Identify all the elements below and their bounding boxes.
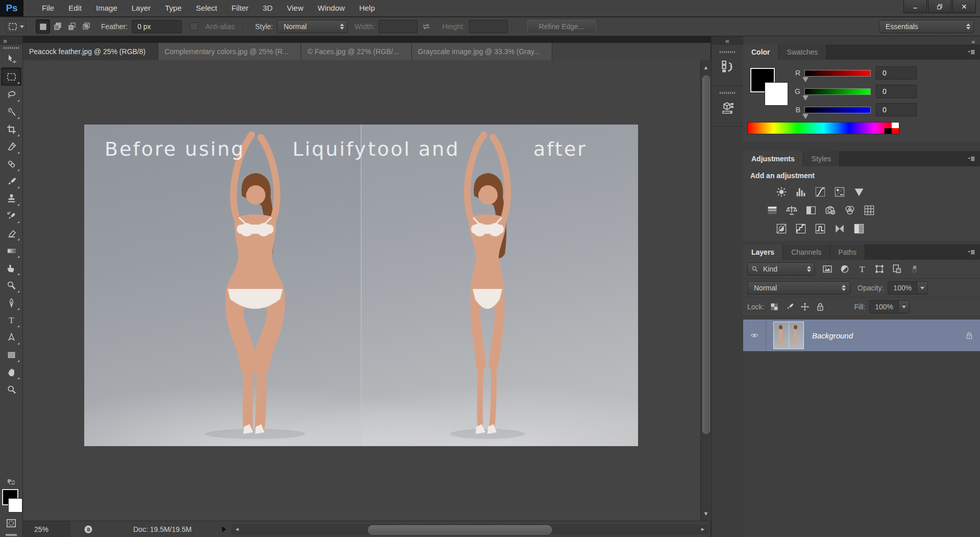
rectangular-marquee-tool[interactable]: [1, 67, 21, 86]
layer-filter-select[interactable]: Kind: [747, 262, 815, 276]
menu-item[interactable]: File: [35, 0, 61, 16]
vertical-scrollbar[interactable]: ▲ ▼: [700, 60, 711, 521]
panel-tab[interactable]: Color: [743, 44, 779, 60]
scroll-down-icon[interactable]: ▼: [703, 510, 709, 517]
menu-item[interactable]: Type: [158, 0, 189, 16]
panel-tab[interactable]: Layers: [743, 245, 783, 260]
history-brush-tool[interactable]: [2, 207, 21, 225]
pixel-layer-filter-icon[interactable]: [822, 263, 833, 275]
swap-colors-icon[interactable]: [1, 479, 21, 487]
panel-tab[interactable]: Styles: [803, 151, 840, 166]
subtract-from-selection-button[interactable]: [65, 19, 79, 33]
exposure-icon[interactable]: [833, 186, 846, 198]
lock-paint-icon[interactable]: [785, 302, 795, 312]
add-to-selection-button[interactable]: [51, 19, 64, 33]
scroll-up-icon[interactable]: ▲: [703, 64, 709, 70]
dropdown-icon[interactable]: [898, 301, 909, 313]
clone-stamp-tool[interactable]: [2, 190, 21, 207]
new-selection-button[interactable]: [36, 19, 50, 34]
type-layer-filter-icon[interactable]: T: [856, 263, 868, 275]
zoom-level-field[interactable]: 25%: [23, 521, 70, 537]
channel-value-field[interactable]: 0: [876, 85, 917, 98]
channel-slider-track[interactable]: [804, 107, 871, 113]
horizontal-scrollbar[interactable]: ◄ ►: [231, 524, 708, 534]
close-button[interactable]: [952, 0, 976, 13]
dodge-tool[interactable]: [2, 277, 21, 294]
mini-bridge-icon[interactable]: [83, 524, 93, 534]
lock-all-icon[interactable]: [815, 302, 825, 312]
fill-field[interactable]: 100%: [869, 300, 910, 313]
smudge-tool[interactable]: [2, 259, 21, 277]
hand-tool[interactable]: [2, 363, 21, 381]
channel-mixer-icon[interactable]: [843, 204, 856, 216]
panel-tab[interactable]: Paths: [830, 245, 865, 260]
restore-button[interactable]: [928, 0, 951, 13]
toolbar-collapse-button[interactable]: »: [0, 36, 22, 45]
blend-mode-select[interactable]: Normal: [747, 281, 850, 295]
style-select[interactable]: Normal: [277, 20, 348, 33]
channel-slider-track[interactable]: [804, 88, 871, 95]
quick-selection-tool[interactable]: [2, 103, 21, 120]
tool-preset-picker[interactable]: [5, 20, 27, 33]
menu-item[interactable]: Window: [310, 0, 352, 16]
vertical-scroll-thumb[interactable]: [702, 76, 710, 434]
3d-panel-button[interactable]: [712, 86, 743, 127]
dropdown-icon[interactable]: [917, 282, 927, 294]
width-input[interactable]: [379, 20, 418, 33]
history-panel-button[interactable]: [712, 45, 743, 86]
panel-menu-icon[interactable]: [966, 248, 977, 256]
menu-item[interactable]: Filter: [225, 0, 256, 16]
gradient-tool[interactable]: [2, 242, 21, 259]
panel-tab[interactable]: Adjustments: [743, 151, 803, 166]
gradient-map-icon[interactable]: [833, 223, 846, 235]
panel-tab[interactable]: Channels: [783, 245, 830, 260]
hue-saturation-icon[interactable]: [766, 204, 779, 216]
panel-tab[interactable]: Swatches: [779, 44, 827, 60]
brush-tool[interactable]: [2, 173, 21, 190]
scroll-right-icon[interactable]: ►: [700, 526, 705, 532]
filter-toggle-icon[interactable]: [911, 263, 919, 275]
quick-mask-button[interactable]: [5, 518, 18, 529]
posterize-icon[interactable]: [794, 223, 807, 235]
crop-tool[interactable]: [2, 120, 21, 138]
spot-healing-brush-tool[interactable]: [2, 155, 21, 173]
eyedropper-tool[interactable]: [2, 138, 21, 155]
workspace-select[interactable]: Essentials: [879, 20, 974, 33]
threshold-icon[interactable]: [814, 223, 827, 235]
screen-mode-button[interactable]: [6, 534, 17, 536]
channel-slider-track[interactable]: [804, 70, 871, 77]
move-tool[interactable]: [2, 50, 21, 67]
dock-collapse-button[interactable]: «: [712, 36, 743, 45]
canvas-area[interactable]: Before using Liquify tool and after: [23, 60, 700, 521]
status-flyout-icon[interactable]: [222, 526, 226, 532]
black-white-icon[interactable]: [804, 204, 818, 216]
selective-color-icon[interactable]: [852, 223, 866, 235]
layer-visibility-cell[interactable]: [743, 320, 766, 351]
rectangle-tool[interactable]: [2, 346, 21, 363]
toolbar-gripper[interactable]: [4, 47, 19, 49]
feather-input[interactable]: 0 px: [132, 20, 182, 33]
menu-item[interactable]: Select: [189, 0, 225, 16]
anti-alias-checkbox[interactable]: [190, 22, 198, 31]
menu-item[interactable]: Image: [89, 0, 125, 16]
menu-item[interactable]: View: [280, 0, 310, 16]
eraser-tool[interactable]: [2, 225, 21, 242]
path-selection-tool[interactable]: [2, 329, 21, 346]
height-input[interactable]: [469, 20, 508, 33]
channel-value-field[interactable]: 0: [876, 103, 917, 116]
lock-position-icon[interactable]: [800, 302, 810, 312]
curves-icon[interactable]: [814, 186, 827, 198]
refine-edge-button[interactable]: Refine Edge...: [527, 20, 596, 34]
color-balance-icon[interactable]: [785, 204, 798, 216]
panel-background-swatch[interactable]: [765, 82, 788, 106]
type-tool[interactable]: T: [2, 311, 21, 329]
lock-transparent-icon[interactable]: [769, 302, 779, 312]
color-lookup-icon[interactable]: [863, 204, 876, 216]
lasso-tool[interactable]: [2, 86, 21, 103]
document-tab[interactable]: Grayscale image.jpg @ 33.3% (Gray...: [412, 43, 553, 60]
background-layer-row[interactable]: Background: [743, 320, 980, 351]
photo-filter-icon[interactable]: [824, 204, 837, 216]
spectrum-black-swatch[interactable]: [885, 128, 892, 134]
horizontal-scroll-thumb[interactable]: [368, 525, 552, 534]
levels-icon[interactable]: [794, 186, 807, 198]
